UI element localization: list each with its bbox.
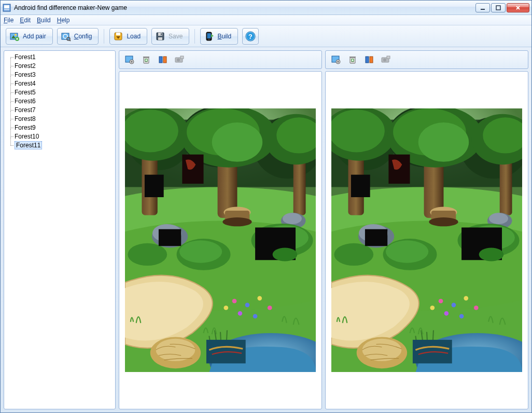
window-controls: [475, 3, 529, 12]
svg-point-157: [479, 247, 504, 261]
menu-build[interactable]: Build: [37, 17, 51, 24]
svg-rect-105: [370, 57, 373, 63]
svg-rect-1: [4, 5, 9, 8]
svg-point-142: [464, 296, 468, 300]
svg-rect-107: [387, 56, 390, 59]
config-label: Config: [74, 33, 92, 40]
svg-point-143: [474, 306, 479, 310]
svg-point-76: [232, 299, 237, 304]
build-label: Build: [217, 33, 231, 40]
svg-point-64: [212, 122, 262, 162]
right-image-viewport[interactable]: [325, 71, 528, 409]
menu-file[interactable]: File: [4, 17, 13, 24]
svg-marker-27: [211, 34, 214, 37]
tree-item[interactable]: Forest5: [5, 88, 114, 97]
tree-item[interactable]: Forest2: [5, 62, 114, 71]
compare-button[interactable]: [156, 53, 170, 66]
svg-point-84: [156, 338, 195, 361]
tree-item[interactable]: Forest10: [5, 132, 114, 141]
app-window: Android find difference maker-New game F…: [0, 0, 532, 413]
svg-point-93: [273, 247, 298, 261]
svg-point-148: [362, 338, 402, 361]
svg-rect-23: [161, 33, 162, 35]
left-image-viewport[interactable]: [119, 71, 322, 409]
svg-point-33: [131, 61, 133, 63]
svg-rect-155: [365, 229, 387, 245]
svg-point-59: [222, 217, 251, 226]
svg-point-145: [459, 314, 464, 319]
trash-button[interactable]: [139, 53, 153, 66]
tree-item[interactable]: Forest9: [5, 123, 114, 132]
tree-item[interactable]: Forest7: [5, 106, 114, 115]
svg-point-77: [245, 302, 250, 307]
help-icon: ?: [245, 31, 256, 42]
svg-point-97: [338, 61, 339, 63]
save-icon: [155, 31, 165, 42]
svg-rect-99: [349, 57, 356, 58]
trash-button[interactable]: [345, 53, 360, 66]
svg-point-82: [223, 306, 228, 310]
right-pane-toolbar: [325, 50, 528, 69]
svg-rect-43: [180, 56, 184, 59]
menu-help[interactable]: Help: [57, 17, 70, 24]
build-button[interactable]: Build: [200, 28, 238, 45]
save-button[interactable]: Save: [151, 28, 189, 45]
left-pane-toolbar: [119, 50, 322, 69]
tree-item-label: Forest1: [15, 53, 36, 61]
toolbar-separator: [194, 29, 195, 44]
add-pair-icon: [9, 31, 20, 42]
load-icon: [113, 31, 123, 42]
image-settings-button[interactable]: [122, 53, 137, 66]
svg-point-75: [128, 243, 167, 265]
tree-item-label: Forest4: [15, 80, 36, 87]
save-label: Save: [169, 33, 183, 40]
svg-rect-3: [481, 9, 485, 10]
add-pair-button[interactable]: Add pair: [6, 28, 53, 45]
tree-item-label: Forest2: [15, 62, 36, 70]
svg-point-123: [429, 217, 458, 226]
tree-item[interactable]: Forest8: [5, 115, 114, 123]
svg-point-108: [383, 59, 386, 62]
tree-item[interactable]: Forest1: [5, 53, 114, 62]
tree-item-label: Forest6: [15, 98, 36, 105]
svg-point-70: [283, 213, 302, 224]
svg-rect-4: [496, 6, 500, 10]
svg-rect-22: [158, 37, 162, 40]
close-button[interactable]: [507, 3, 529, 12]
svg-point-26: [208, 39, 209, 40]
svg-rect-12: [17, 38, 18, 40]
svg-point-141: [452, 302, 456, 307]
tree-item[interactable]: Forest6: [5, 97, 114, 106]
client-area: Forest1Forest2Forest3Forest4Forest5Fores…: [1, 47, 531, 412]
camera-button[interactable]: [172, 53, 187, 66]
tree-item[interactable]: Forest4: [5, 79, 114, 88]
compare-button[interactable]: [362, 53, 376, 66]
menubar: File Edit Build Help: [1, 15, 531, 25]
svg-point-79: [268, 306, 272, 310]
svg-point-81: [253, 314, 258, 319]
load-button[interactable]: Load: [109, 28, 147, 45]
image-pair-list: Forest1Forest2Forest3Forest4Forest5Fores…: [4, 50, 116, 409]
right-pane: [325, 50, 528, 409]
tree-item-label: Forest7: [15, 106, 36, 114]
svg-line-16: [69, 40, 71, 41]
help-button[interactable]: ?: [242, 28, 259, 45]
menu-edit[interactable]: Edit: [20, 17, 31, 24]
tree-item[interactable]: Forest11: [5, 141, 114, 150]
svg-point-44: [177, 59, 180, 62]
svg-point-139: [334, 243, 373, 265]
svg-point-136: [386, 240, 428, 263]
svg-rect-104: [366, 57, 369, 63]
image-settings-button[interactable]: [329, 53, 343, 66]
svg-rect-41: [163, 57, 166, 63]
tree-item-label: Forest3: [15, 71, 36, 78]
tree-item[interactable]: Forest3: [5, 71, 114, 79]
minimize-button[interactable]: [475, 3, 490, 12]
left-pane: [119, 50, 322, 409]
maximize-button[interactable]: [491, 3, 506, 12]
app-icon: [3, 4, 11, 12]
svg-point-134: [489, 213, 508, 224]
camera-button[interactable]: [379, 53, 393, 66]
svg-point-9: [15, 34, 17, 36]
config-button[interactable]: Config: [57, 28, 99, 45]
